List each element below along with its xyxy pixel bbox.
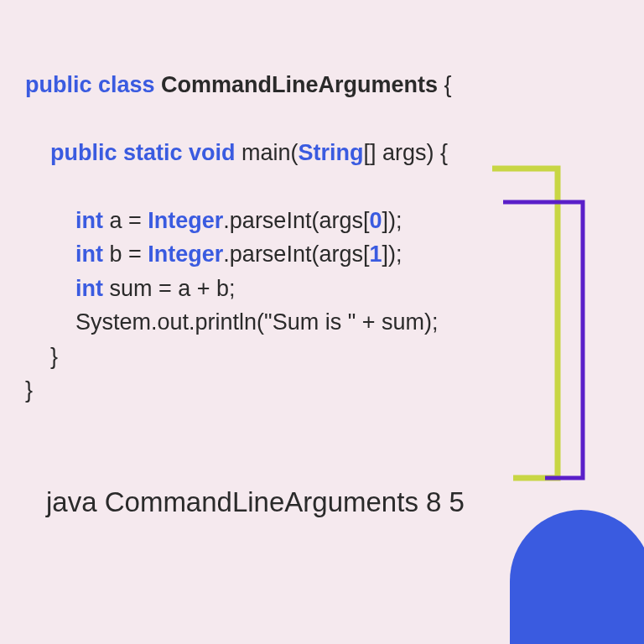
decorative-arch (510, 510, 644, 644)
code-line-6: System.out.println("Sum is " + sum); (25, 309, 439, 335)
code-block: public class CommandLineArguments { publ… (0, 0, 644, 408)
code-line-8: } (25, 377, 33, 402)
code-line-5: int sum = a + b; (25, 276, 236, 301)
code-line-2: public static void main(String[] args) { (25, 140, 448, 165)
code-line-7: } (25, 344, 58, 369)
code-line-1: public class CommandLineArguments { (25, 72, 452, 97)
code-line-4: int b = Integer.parseInt(args[1]); (25, 242, 402, 267)
code-line-3: int a = Integer.parseInt(args[0]); (25, 208, 402, 233)
command-line: java CommandLineArguments 8 5 (46, 486, 465, 518)
